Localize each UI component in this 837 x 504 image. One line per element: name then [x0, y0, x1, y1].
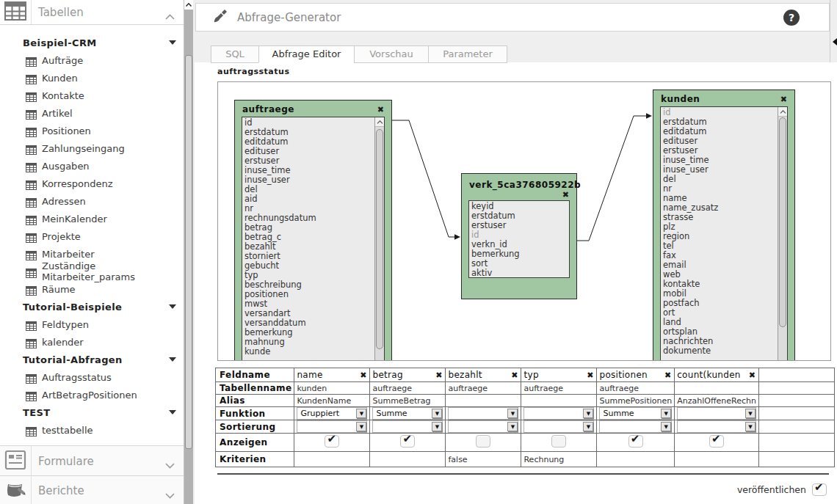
sidebar-item-auftragsstatus[interactable]: Auftragsstatus: [0, 368, 184, 386]
field-del[interactable]: del: [244, 185, 374, 194]
close-icon[interactable]: ✖: [360, 370, 366, 380]
grid-cell-anzeigen[interactable]: [521, 434, 597, 452]
sortierung-dropdown[interactable]: ▼: [372, 420, 443, 433]
grid-cell-alias[interactable]: KundenName: [294, 395, 370, 407]
table-group-tutorial-beispiele[interactable]: Tutorial-Beispiele: [0, 298, 184, 315]
sortierung-dropdown[interactable]: ▼: [677, 420, 756, 433]
sidebar-item-zuständige-mitarbeiter-params[interactable]: Zuständige Mitarbeiter_params: [0, 263, 184, 280]
tab-vorschau[interactable]: Vorschau: [354, 45, 429, 63]
scrollbar-thumb[interactable]: [779, 117, 786, 327]
grid-cell-kriterien[interactable]: [597, 452, 675, 467]
sortierung-dropdown[interactable]: ▼: [448, 420, 518, 433]
field-region[interactable]: region: [663, 232, 777, 241]
grid-cell-tabellenname[interactable]: auftraege: [597, 382, 675, 395]
funktion-dropdown[interactable]: Summe▼: [599, 407, 672, 420]
grid-cell-anzeigen[interactable]: ✔: [370, 434, 446, 452]
funktion-dropdown[interactable]: ▼: [677, 407, 756, 420]
sortierung-dropdown[interactable]: ▼: [297, 420, 367, 433]
caret-down-icon[interactable]: ▼: [583, 422, 593, 431]
grid-cell-alias[interactable]: SummePositionen: [597, 395, 675, 407]
grid-cell-sortierung[interactable]: ▼: [675, 420, 759, 434]
sortierung-dropdown[interactable]: ▼: [523, 420, 594, 433]
grid-cell-kriterien[interactable]: [294, 452, 370, 467]
caret-down-icon[interactable]: ▼: [661, 409, 671, 418]
funktion-dropdown[interactable]: Gruppiert▼: [297, 407, 367, 420]
funktion-dropdown[interactable]: ▼: [523, 407, 594, 420]
caret-down-icon[interactable]: ▼: [745, 422, 756, 431]
close-icon[interactable]: ✖: [377, 106, 384, 114]
field-inuse-user[interactable]: inuse_user: [663, 165, 777, 175]
close-icon[interactable]: ✖: [780, 95, 787, 103]
anzeigen-checkbox[interactable]: [476, 435, 490, 448]
tab-sql[interactable]: SQL: [211, 45, 259, 63]
tables-section-header[interactable]: Tabellen: [0, 0, 184, 25]
sidebar-item-räume[interactable]: Räume: [0, 280, 184, 298]
grid-cell-sortierung[interactable]: ▼: [597, 420, 675, 434]
grid-cell-tabellenname[interactable]: [675, 382, 759, 395]
grid-cell-anzeigen[interactable]: ✔: [597, 434, 675, 452]
grid-cell-funktion[interactable]: Gruppiert▼: [294, 407, 370, 420]
anzeigen-checkbox[interactable]: ✔: [325, 435, 339, 448]
grid-cell-alias[interactable]: [446, 395, 521, 407]
sidebar-item-aufträge[interactable]: Aufträge: [0, 51, 184, 69]
sidebar-item-testtabelle[interactable]: testtabelle: [0, 421, 184, 439]
caret-down-icon[interactable]: ▼: [507, 422, 518, 431]
field-aktiv[interactable]: aktiv: [471, 269, 559, 278]
grid-cell-feldname[interactable]: count(kunden✖: [675, 368, 759, 382]
table-box-kunden[interactable]: kunden✖iderstdatumeditdatumeditusererstu…: [653, 90, 795, 361]
grid-cell-anzeigen[interactable]: ✔: [675, 434, 759, 452]
field-aid[interactable]: aid: [244, 194, 374, 204]
sortierung-dropdown[interactable]: ▼: [599, 420, 672, 433]
grid-cell-feldname[interactable]: typ✖: [521, 368, 597, 382]
sidebar-item-meinkalender[interactable]: MeinKalender: [0, 210, 184, 227]
caret-down-icon[interactable]: ▼: [745, 409, 756, 418]
anzeigen-checkbox[interactable]: ✔: [709, 435, 724, 448]
caret-down-icon[interactable]: ▼: [432, 422, 442, 431]
tab-parameter[interactable]: Parameter: [428, 45, 507, 63]
list-scrollbar[interactable]: [374, 117, 384, 361]
grid-cell-funktion[interactable]: Summe▼: [597, 407, 675, 420]
designer-canvas[interactable]: auftraege✖iderstdatumeditdatumedituserer…: [217, 81, 831, 361]
grid-cell-kriterien[interactable]: [370, 452, 446, 467]
anzeigen-checkbox[interactable]: [551, 435, 566, 448]
grid-cell-anzeigen[interactable]: [446, 434, 521, 452]
caret-down-icon[interactable]: [169, 40, 176, 45]
sidebar-item-kalender[interactable]: kalender: [0, 333, 184, 351]
grid-cell-funktion[interactable]: ▼: [521, 407, 597, 420]
scroll-up-icon[interactable]: [778, 107, 787, 117]
sidebar-item-projekte[interactable]: Projekte: [0, 227, 184, 245]
grid-cell-sortierung[interactable]: ▼: [370, 420, 446, 434]
sidebar-section-formulare[interactable]: Formulare: [0, 445, 184, 476]
sidebar-item-korrespondenz[interactable]: Korrespondenz: [0, 175, 184, 192]
caret-down-icon[interactable]: ▼: [356, 409, 366, 418]
grid-cell-alias[interactable]: AnzahlOffeneRechn: [675, 395, 759, 407]
funktion-dropdown[interactable]: ▼: [448, 407, 518, 420]
grid-cell-funktion[interactable]: ▼: [446, 407, 521, 420]
close-icon[interactable]: ✖: [749, 370, 756, 380]
field-postfach[interactable]: postfach: [663, 299, 777, 308]
grid-cell-sortierung[interactable]: ▼: [521, 420, 597, 434]
grid-cell-tabellenname[interactable]: auftraege: [370, 382, 446, 395]
anzeigen-checkbox[interactable]: ✔: [400, 435, 415, 448]
sidebar-item-kunden[interactable]: Kunden: [0, 69, 184, 87]
chevron-up-icon[interactable]: [165, 9, 175, 23]
scrollbar-thumb[interactable]: [376, 129, 383, 349]
funktion-dropdown[interactable]: Summe▼: [372, 407, 443, 420]
table-group-beispiel-crm[interactable]: Beispiel-CRM: [0, 34, 184, 51]
table-box-verk-5ca376805922b[interactable]: verk_5ca376805922b✖keyiderstdatumerstuse…: [461, 173, 577, 299]
caret-down-icon[interactable]: [169, 410, 176, 414]
grid-cell-anzeigen[interactable]: ✔: [294, 434, 370, 452]
scroll-up-icon[interactable]: [375, 117, 384, 127]
field-del[interactable]: del: [663, 175, 777, 184]
caret-down-icon[interactable]: [169, 357, 176, 362]
close-icon[interactable]: ✖: [435, 370, 442, 380]
collapse-panel-icon[interactable]: [833, 38, 837, 45]
grid-cell-kriterien[interactable]: Rechnung: [521, 452, 597, 467]
tab-abfrage-editor[interactable]: Abfrage Editor: [258, 45, 355, 63]
grid-cell-feldname[interactable]: name✖: [294, 368, 370, 382]
sidebar-item-feldtypen[interactable]: Feldtypen: [0, 315, 184, 333]
sidebar-item-adressen[interactable]: Adressen: [0, 192, 184, 210]
sidebar-item-positionen[interactable]: Positionen: [0, 122, 184, 139]
grid-cell-tabellenname[interactable]: kunden: [294, 382, 370, 395]
field-gebucht[interactable]: gebucht: [244, 261, 374, 271]
